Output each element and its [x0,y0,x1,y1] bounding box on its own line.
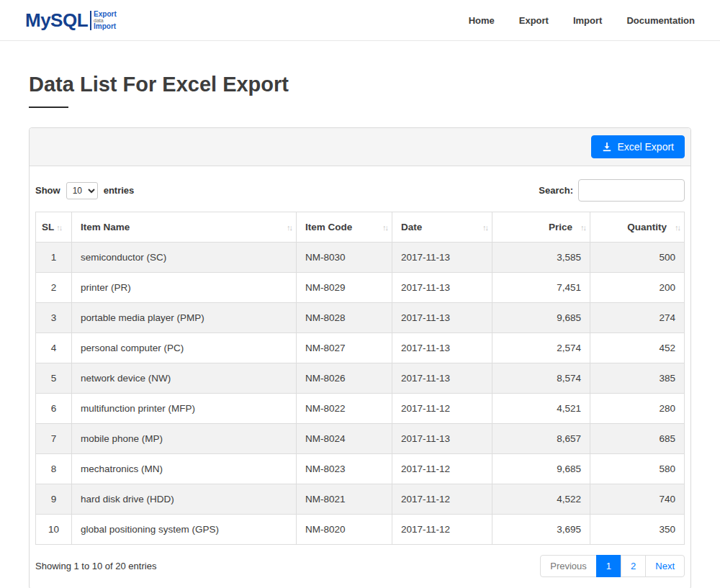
column-header-item-name[interactable]: Item Name↑↓ [72,212,297,243]
nav-item-home[interactable]: Home [469,15,495,26]
column-header-quantity[interactable]: Quantity↑↓ [590,212,685,243]
table-row: 1semiconductor (SC)NM-80302017-11-133,58… [36,243,685,273]
excel-export-button[interactable]: Excel Export [591,135,685,158]
item-code-cell: NM-8022 [297,394,392,424]
panel-body: Show 10 entries Search: SL↑↓ Item Name↑↓ [30,166,690,588]
item-code-cell: NM-8026 [297,363,392,394]
sort-icon: ↑↓ [580,223,585,232]
sort-icon: ↑↓ [382,223,387,232]
table-row: 2printer (PR)NM-80292017-11-137,451200 [36,273,685,303]
quantity-cell: 580 [590,454,685,484]
table-row: 6multifunction printer (MFP)NM-80222017-… [36,394,685,424]
item-code-cell: NM-8029 [297,273,392,303]
sort-icon: ↑↓ [675,223,680,232]
item-code-cell: NM-8021 [297,484,392,515]
sl-cell: 4 [36,333,72,363]
datatable-footer: Showing 1 to 10 of 20 entries Previous 1… [35,555,685,577]
sl-cell: 8 [36,454,72,484]
sort-icon: ↑↓ [482,223,487,232]
table-header-row: SL↑↓ Item Name↑↓ Item Code↑↓ Date↑↓ Pric… [36,212,685,243]
price-cell: 8,657 [492,424,590,454]
quantity-cell: 685 [590,424,685,454]
search-input[interactable] [578,179,685,202]
price-cell: 8,574 [492,363,590,394]
item-name-cell: hard disk drive (HDD) [72,484,297,515]
brand-tag-import: Import [94,23,117,30]
item-name-cell: personal computer (PC) [72,333,297,363]
date-cell: 2017-11-12 [392,454,492,484]
price-cell: 7,451 [492,273,590,303]
price-cell: 9,685 [492,454,590,484]
table-row: 10global positioning system (GPS)NM-8020… [36,515,685,545]
date-cell: 2017-11-13 [392,363,492,394]
item-code-cell: NM-8023 [297,454,392,484]
price-cell: 3,585 [492,243,590,273]
price-cell: 2,574 [492,333,590,363]
item-code-cell: NM-8027 [297,333,392,363]
item-code-cell: NM-8024 [297,424,392,454]
item-code-cell: NM-8020 [297,515,392,545]
item-code-cell: NM-8030 [297,243,392,273]
navbar: MySQL Export data Import Home Export Imp… [0,0,720,41]
column-header-price[interactable]: Price↑↓ [492,212,590,243]
download-icon [602,142,612,152]
sl-cell: 5 [36,363,72,394]
column-header-sl[interactable]: SL↑↓ [36,212,72,243]
page-title: Data List For Excel Export [29,73,691,96]
table-info: Showing 1 to 10 of 20 entries [35,561,156,571]
show-label: Show [35,185,60,196]
date-cell: 2017-11-13 [392,333,492,363]
item-name-cell: portable media player (PMP) [72,303,297,333]
item-name-cell: printer (PR) [72,273,297,303]
data-table: SL↑↓ Item Name↑↓ Item Code↑↓ Date↑↓ Pric… [35,212,685,545]
pagination-page-1-button[interactable]: 1 [596,555,621,577]
table-body: 1semiconductor (SC)NM-80302017-11-133,58… [36,243,685,545]
nav-item-export[interactable]: Export [519,15,549,26]
pagination-page-2-button[interactable]: 2 [621,555,646,577]
sort-icon: ↑↓ [56,223,61,232]
entries-label: entries [104,185,135,196]
price-cell: 9,685 [492,303,590,333]
table-row: 8mechatronics (MN)NM-80232017-11-129,685… [36,454,685,484]
sort-icon: ↑↓ [287,223,292,232]
quantity-cell: 274 [590,303,685,333]
quantity-cell: 280 [590,394,685,424]
pagination: Previous 1 2 Next [540,555,685,577]
table-row: 5network device (NW)NM-80262017-11-138,5… [36,363,685,394]
page-length-select[interactable]: 10 [66,182,98,199]
nav-item-import[interactable]: Import [573,15,602,26]
table-row: 4personal computer (PC)NM-80272017-11-13… [36,333,685,363]
price-cell: 3,695 [492,515,590,545]
brand-tagline: Export data Import [90,11,117,30]
sl-cell: 10 [36,515,72,545]
table-header: SL↑↓ Item Name↑↓ Item Code↑↓ Date↑↓ Pric… [36,212,685,243]
sl-cell: 6 [36,394,72,424]
date-cell: 2017-11-12 [392,394,492,424]
quantity-cell: 452 [590,333,685,363]
sl-cell: 3 [36,303,72,333]
table-row: 9hard disk drive (HDD)NM-80212017-11-124… [36,484,685,515]
title-underline [29,107,68,108]
item-name-cell: mobile phone (MP) [72,424,297,454]
quantity-cell: 200 [590,273,685,303]
brand-logo[interactable]: MySQL Export data Import [25,9,117,32]
pagination-next-button[interactable]: Next [645,555,685,577]
column-header-item-code[interactable]: Item Code↑↓ [297,212,392,243]
data-panel: Excel Export Show 10 entries Search: [29,127,691,588]
date-cell: 2017-11-13 [392,303,492,333]
excel-export-label: Excel Export [617,141,674,153]
sl-cell: 2 [36,273,72,303]
search-control: Search: [539,179,685,202]
sl-cell: 7 [36,424,72,454]
date-cell: 2017-11-13 [392,243,492,273]
column-header-date[interactable]: Date↑↓ [392,212,492,243]
item-name-cell: semiconductor (SC) [72,243,297,273]
table-row: 7mobile phone (MP)NM-80242017-11-138,657… [36,424,685,454]
panel-heading: Excel Export [30,128,690,166]
page-length-control: Show 10 entries [35,182,134,199]
main-nav: Home Export Import Documentation [469,15,695,26]
pagination-previous-button[interactable]: Previous [540,555,597,577]
item-code-cell: NM-8028 [297,303,392,333]
nav-item-documentation[interactable]: Documentation [626,15,695,26]
price-cell: 4,521 [492,394,590,424]
